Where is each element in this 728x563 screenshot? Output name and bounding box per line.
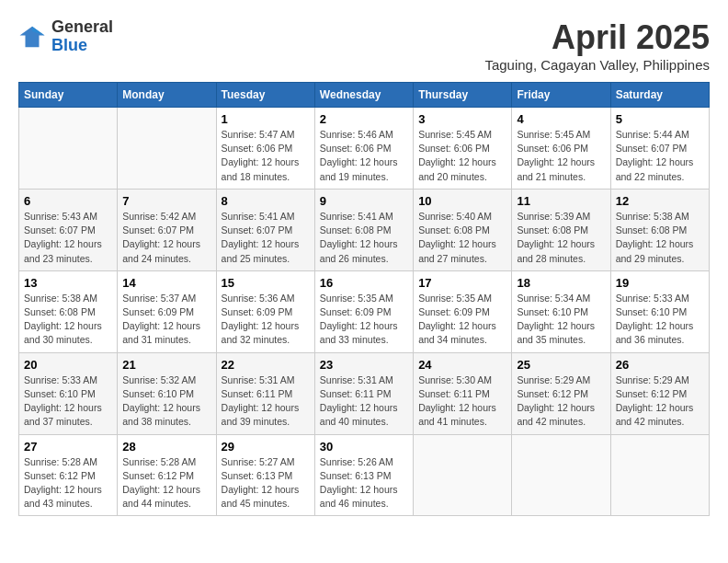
calendar-cell: 17Sunrise: 5:35 AMSunset: 6:09 PMDayligh… [414,270,512,352]
calendar-week-row: 6Sunrise: 5:43 AMSunset: 6:07 PMDaylight… [19,189,710,270]
title-block: April 2025 Taguing, Cagayan Valley, Phil… [484,18,710,73]
header-tuesday: Tuesday [216,83,314,108]
calendar-cell: 2Sunrise: 5:46 AMSunset: 6:06 PMDaylight… [314,108,413,190]
header-saturday: Saturday [610,83,709,108]
day-number: 20 [24,358,112,372]
day-detail: Sunrise: 5:42 AMSunset: 6:07 PMDaylight:… [122,211,200,264]
day-number: 24 [418,358,506,372]
day-number: 7 [122,194,210,208]
day-detail: Sunrise: 5:28 AMSunset: 6:12 PMDaylight:… [122,456,200,510]
day-number: 15 [222,276,310,290]
day-detail: Sunrise: 5:32 AMSunset: 6:10 PMDaylight:… [122,374,200,428]
calendar-cell: 4Sunrise: 5:45 AMSunset: 6:06 PMDaylight… [512,108,610,190]
header-monday: Monday [118,83,216,108]
calendar-cell: 7Sunrise: 5:42 AMSunset: 6:07 PMDaylight… [118,189,216,270]
day-detail: Sunrise: 5:36 AMSunset: 6:09 PMDaylight:… [222,293,300,346]
calendar-location: Taguing, Cagayan Valley, Philippines [484,57,710,73]
day-detail: Sunrise: 5:39 AMSunset: 6:08 PMDaylight:… [517,211,595,264]
calendar-cell: 22Sunrise: 5:31 AMSunset: 6:11 PMDayligh… [216,352,314,434]
day-detail: Sunrise: 5:45 AMSunset: 6:06 PMDaylight:… [418,129,496,182]
day-number: 21 [122,358,210,372]
day-number: 30 [320,440,408,454]
day-number: 9 [320,194,408,208]
calendar-cell [512,434,610,516]
day-number: 4 [517,112,605,126]
weekday-row: Sunday Monday Tuesday Wednesday Thursday… [19,83,710,108]
day-number: 18 [517,276,605,290]
day-detail: Sunrise: 5:33 AMSunset: 6:10 PMDaylight:… [616,293,694,346]
calendar-cell: 18Sunrise: 5:34 AMSunset: 6:10 PMDayligh… [512,270,610,352]
day-detail: Sunrise: 5:30 AMSunset: 6:11 PMDaylight:… [418,374,496,428]
calendar-cell [19,108,118,190]
day-detail: Sunrise: 5:44 AMSunset: 6:07 PMDaylight:… [616,129,694,182]
day-number: 13 [24,276,112,290]
calendar-cell [414,434,512,516]
calendar-cell: 25Sunrise: 5:29 AMSunset: 6:12 PMDayligh… [512,352,610,434]
page-header: General Blue April 2025 Taguing, Cagayan… [18,18,710,73]
calendar-cell: 13Sunrise: 5:38 AMSunset: 6:08 PMDayligh… [19,270,118,352]
calendar-cell: 29Sunrise: 5:27 AMSunset: 6:13 PMDayligh… [216,434,314,516]
logo-icon [18,23,46,51]
logo: General Blue [18,18,113,55]
calendar-cell: 19Sunrise: 5:33 AMSunset: 6:10 PMDayligh… [610,270,709,352]
day-number: 3 [418,112,506,126]
calendar-cell: 21Sunrise: 5:32 AMSunset: 6:10 PMDayligh… [118,352,216,434]
calendar-table: Sunday Monday Tuesday Wednesday Thursday… [18,82,710,516]
calendar-cell: 9Sunrise: 5:41 AMSunset: 6:08 PMDaylight… [314,189,413,270]
header-sunday: Sunday [19,83,118,108]
calendar-cell: 20Sunrise: 5:33 AMSunset: 6:10 PMDayligh… [19,352,118,434]
day-number: 5 [616,112,704,126]
day-number: 25 [517,358,605,372]
calendar-week-row: 13Sunrise: 5:38 AMSunset: 6:08 PMDayligh… [19,270,710,352]
day-detail: Sunrise: 5:29 AMSunset: 6:12 PMDaylight:… [616,374,694,428]
logo-general: General [51,18,113,37]
day-detail: Sunrise: 5:33 AMSunset: 6:10 PMDaylight:… [24,374,102,428]
calendar-cell: 28Sunrise: 5:28 AMSunset: 6:12 PMDayligh… [118,434,216,516]
calendar-week-row: 20Sunrise: 5:33 AMSunset: 6:10 PMDayligh… [19,352,710,434]
calendar-week-row: 27Sunrise: 5:28 AMSunset: 6:12 PMDayligh… [19,434,710,516]
day-detail: Sunrise: 5:37 AMSunset: 6:09 PMDaylight:… [122,293,200,346]
calendar-cell: 16Sunrise: 5:35 AMSunset: 6:09 PMDayligh… [314,270,413,352]
day-number: 26 [616,358,704,372]
calendar-cell [118,108,216,190]
calendar-cell: 11Sunrise: 5:39 AMSunset: 6:08 PMDayligh… [512,189,610,270]
calendar-cell: 12Sunrise: 5:38 AMSunset: 6:08 PMDayligh… [610,189,709,270]
day-number: 16 [320,276,408,290]
day-number: 28 [122,440,210,454]
calendar-cell: 30Sunrise: 5:26 AMSunset: 6:13 PMDayligh… [314,434,413,516]
day-detail: Sunrise: 5:31 AMSunset: 6:11 PMDaylight:… [222,374,300,428]
day-detail: Sunrise: 5:35 AMSunset: 6:09 PMDaylight:… [320,293,398,346]
day-detail: Sunrise: 5:34 AMSunset: 6:10 PMDaylight:… [517,293,595,346]
day-number: 6 [24,194,112,208]
day-number: 29 [222,440,310,454]
header-wednesday: Wednesday [314,83,413,108]
day-number: 11 [517,194,605,208]
calendar-title: April 2025 [484,18,710,57]
day-detail: Sunrise: 5:43 AMSunset: 6:07 PMDaylight:… [24,211,102,264]
calendar-cell [610,434,709,516]
day-detail: Sunrise: 5:26 AMSunset: 6:13 PMDaylight:… [320,456,398,510]
day-detail: Sunrise: 5:27 AMSunset: 6:13 PMDaylight:… [222,456,300,510]
day-number: 27 [24,440,112,454]
logo-text: General Blue [51,18,113,55]
day-number: 19 [616,276,704,290]
calendar-cell: 8Sunrise: 5:41 AMSunset: 6:07 PMDaylight… [216,189,314,270]
day-number: 10 [418,194,506,208]
calendar-cell: 3Sunrise: 5:45 AMSunset: 6:06 PMDaylight… [414,108,512,190]
calendar-cell: 10Sunrise: 5:40 AMSunset: 6:08 PMDayligh… [414,189,512,270]
calendar-cell: 14Sunrise: 5:37 AMSunset: 6:09 PMDayligh… [118,270,216,352]
calendar-cell: 23Sunrise: 5:31 AMSunset: 6:11 PMDayligh… [314,352,413,434]
day-detail: Sunrise: 5:28 AMSunset: 6:12 PMDaylight:… [24,456,102,510]
day-number: 17 [418,276,506,290]
day-number: 2 [320,112,408,126]
day-detail: Sunrise: 5:46 AMSunset: 6:06 PMDaylight:… [320,129,398,182]
day-number: 23 [320,358,408,372]
calendar-header: Sunday Monday Tuesday Wednesday Thursday… [19,83,710,108]
calendar-cell: 26Sunrise: 5:29 AMSunset: 6:12 PMDayligh… [610,352,709,434]
calendar-body: 1Sunrise: 5:47 AMSunset: 6:06 PMDaylight… [19,108,710,516]
day-detail: Sunrise: 5:41 AMSunset: 6:08 PMDaylight:… [320,211,398,264]
day-detail: Sunrise: 5:29 AMSunset: 6:12 PMDaylight:… [517,374,595,428]
day-number: 22 [222,358,310,372]
calendar-cell: 1Sunrise: 5:47 AMSunset: 6:06 PMDaylight… [216,108,314,190]
day-number: 8 [222,194,310,208]
